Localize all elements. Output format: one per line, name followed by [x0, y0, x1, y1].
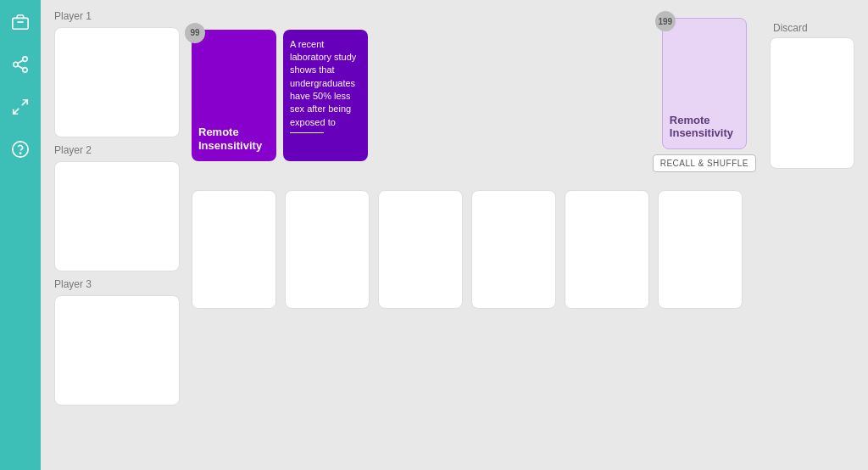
deck-card-text: Remote Insensitivity	[198, 126, 270, 152]
fullscreen-icon[interactable]	[7, 93, 34, 120]
svg-line-9	[14, 109, 19, 114]
briefcase-icon[interactable]	[7, 8, 34, 36]
player-1-card-area	[54, 27, 180, 137]
svg-line-6	[18, 65, 23, 69]
svg-point-4	[14, 62, 19, 67]
svg-point-5	[23, 68, 28, 73]
player-2-section: Player 2	[54, 144, 180, 271]
recall-shuffle-button[interactable]: RECALL & SHUFFLE	[653, 154, 756, 172]
hand-card-1[interactable]	[192, 190, 276, 309]
blank-underline	[290, 132, 324, 133]
player-2-card-area	[54, 161, 180, 271]
discard-pile	[770, 37, 854, 169]
main-area: Player 1 Player 2 Player 3 99 Remote In	[41, 0, 868, 470]
svg-point-3	[23, 57, 28, 62]
hand-card-3[interactable]	[378, 190, 463, 309]
win-pile-card[interactable]: Remote Insensitivity	[662, 18, 747, 149]
deck-count: 99	[185, 23, 205, 43]
hand-card-6[interactable]	[658, 190, 743, 309]
discard-area: Discard	[770, 22, 854, 169]
players-panel: Player 1 Player 2 Player 3	[54, 10, 180, 406]
top-area: Player 1 Player 2 Player 3 99 Remote In	[54, 10, 854, 460]
sidebar	[0, 0, 41, 470]
player-3-card-area	[54, 295, 180, 406]
player-3-section: Player 3	[54, 278, 180, 406]
svg-line-8	[22, 100, 27, 105]
hand-card-4[interactable]	[471, 190, 556, 309]
deck-card[interactable]: Remote Insensitivity	[192, 30, 276, 161]
play-area: 99 Remote Insensitivity A recent laborat…	[192, 10, 854, 309]
hand-card-2[interactable]	[285, 190, 370, 309]
hand-row	[192, 190, 854, 309]
share-icon[interactable]	[7, 51, 34, 78]
svg-rect-0	[13, 18, 28, 29]
player-2-label: Player 2	[54, 144, 180, 156]
player-1-section: Player 1	[54, 10, 180, 137]
win-count: 199	[655, 11, 676, 31]
hand-card-5[interactable]	[565, 190, 649, 309]
deck-wrapper: 99 Remote Insensitivity	[192, 30, 276, 161]
discard-label: Discard	[773, 22, 808, 34]
win-area: 199 Remote Insensitivity RECALL & SHUFFL…	[653, 18, 756, 172]
win-pile-card-text: Remote Insensitivity	[670, 114, 739, 140]
black-card[interactable]: A recent laboratory study shows that und…	[283, 30, 368, 161]
svg-line-7	[18, 60, 23, 64]
player-1-label: Player 1	[54, 10, 180, 22]
top-row: 99 Remote Insensitivity A recent laborat…	[192, 10, 854, 180]
black-card-text: A recent laboratory study shows that und…	[290, 38, 361, 130]
help-icon[interactable]	[7, 136, 34, 163]
win-pile-wrapper: 199 Remote Insensitivity	[662, 18, 747, 149]
player-3-label: Player 3	[54, 278, 180, 290]
svg-point-10	[13, 142, 28, 157]
